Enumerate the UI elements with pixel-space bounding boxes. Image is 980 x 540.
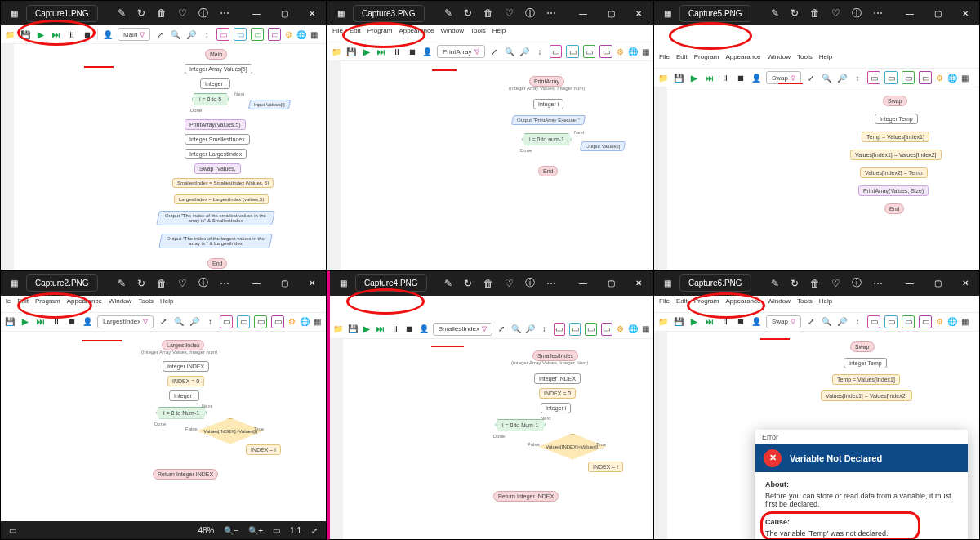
menu-window[interactable]: Window <box>441 27 464 40</box>
trash-icon[interactable]: 🗑 <box>157 7 167 19</box>
maximize-icon[interactable]: ▢ <box>924 271 951 296</box>
stop-icon[interactable]: ⏹ <box>407 46 418 57</box>
menu-edit[interactable]: Edit <box>676 297 688 310</box>
tool-blue[interactable]: ▭ <box>237 315 250 328</box>
node-decl-index[interactable]: Integer INDEX <box>163 361 209 372</box>
menu-help[interactable]: Help <box>160 297 173 310</box>
save-icon[interactable]: 💾 <box>673 316 684 328</box>
grid-icon[interactable]: ▦ <box>961 74 969 83</box>
node-decl-small[interactable]: Integer SmallestIndex <box>185 134 250 145</box>
menu-window[interactable]: Window <box>768 297 791 310</box>
trash-icon[interactable]: 🗑 <box>483 7 493 19</box>
node-asg1[interactable]: Temp = Values[Index1] <box>862 132 929 142</box>
info-icon[interactable]: ⓘ <box>852 7 862 20</box>
trash-icon[interactable]: 🗑 <box>810 278 820 289</box>
grid-icon[interactable]: ▦ <box>642 47 649 56</box>
more-icon[interactable]: ⋯ <box>546 278 556 289</box>
edit-icon[interactable]: ✎ <box>118 7 126 19</box>
add-person-icon[interactable]: 👤 <box>421 46 433 57</box>
info-icon[interactable]: ⓘ <box>525 7 535 20</box>
node-asg-large[interactable]: LargestIndex = LargestIndex (values,5) <box>174 194 269 204</box>
zoomout-icon[interactable]: 🔎 <box>185 29 197 40</box>
arrow-icon[interactable]: ↕ <box>852 72 863 83</box>
node-start[interactable]: Swap <box>883 96 907 106</box>
tool-purple[interactable]: ▭ <box>919 71 932 84</box>
info-icon[interactable]: ⓘ <box>198 7 208 20</box>
more-icon[interactable]: ⋯ <box>220 278 229 289</box>
zoomin-icon[interactable]: 🔍 <box>510 324 520 335</box>
menu-appearance[interactable]: Appearance <box>725 53 760 66</box>
side-palette[interactable] <box>654 87 667 270</box>
heart-icon[interactable]: ♡ <box>178 278 187 289</box>
menu-file[interactable]: File <box>332 27 343 40</box>
menu-window[interactable]: Window <box>109 297 131 310</box>
edit-icon[interactable]: ✎ <box>771 278 779 289</box>
node-asg3[interactable]: Values[Index2] = Temp <box>860 167 928 178</box>
cog-icon[interactable]: ⚙ <box>936 317 943 326</box>
zoomin-icon[interactable]: 🔍+ <box>248 526 263 535</box>
zoomfit-icon[interactable]: ⤢ <box>497 324 506 335</box>
maximize-icon[interactable]: ▢ <box>597 1 625 25</box>
flowchart-canvas[interactable]: Swap Integer Temp Temp = Values[Index1] … <box>654 332 979 540</box>
info-icon[interactable]: ⓘ <box>198 276 208 290</box>
node-loop[interactable]: i = 0 to Num-1 <box>495 419 546 431</box>
tool-purple[interactable]: ▭ <box>271 315 284 328</box>
zoomout-icon[interactable]: 🔎 <box>189 316 200 328</box>
zoomfit-icon[interactable]: ⤢ <box>158 316 169 328</box>
node-start[interactable]: Main <box>205 49 227 60</box>
open-icon[interactable]: 📁 <box>333 324 343 335</box>
node-update[interactable]: INDEX = i <box>588 462 623 472</box>
rotate-icon[interactable]: ↻ <box>137 7 145 19</box>
heart-icon[interactable]: ♡ <box>178 7 187 19</box>
zoomin-icon[interactable]: 🔍 <box>173 316 185 328</box>
node-input[interactable]: Input Values[i] <box>248 100 291 109</box>
grid-icon[interactable]: ▦ <box>310 30 318 39</box>
flowchart-canvas[interactable]: SmallestIndex (Integer Array Values, Int… <box>330 339 653 540</box>
node-call[interactable]: PrintArray(Values, Size) <box>858 185 929 196</box>
tool-green[interactable]: ▭ <box>585 323 596 336</box>
edit-icon[interactable]: ✎ <box>118 278 126 289</box>
node-output-value[interactable]: Output Values[i] <box>580 141 626 151</box>
node-asg2[interactable]: Values[Index1] = Values[Index2] <box>821 390 912 401</box>
menu-appearance[interactable]: Appearance <box>725 297 760 310</box>
rotate-icon[interactable]: ↻ <box>464 7 472 19</box>
minimize-icon[interactable]: — <box>896 1 924 25</box>
tool-blue[interactable]: ▭ <box>234 28 247 41</box>
globe-icon[interactable]: 🌐 <box>300 317 310 326</box>
edit-icon[interactable]: ✎ <box>771 7 779 19</box>
tool-purple[interactable]: ▭ <box>599 45 612 58</box>
menu-file[interactable]: File <box>659 53 670 66</box>
node-out2[interactable]: Output "The index of the largest values … <box>158 234 273 248</box>
node-asg1[interactable]: Temp = Values[Index1] <box>832 374 900 385</box>
zoomfit-icon[interactable]: ⤢ <box>489 46 501 57</box>
trash-icon[interactable]: 🗑 <box>483 278 493 289</box>
menu-help[interactable]: Help <box>819 297 832 310</box>
gallery-icon[interactable]: ▦ <box>662 7 673 19</box>
edit-icon[interactable]: ✎ <box>444 7 452 19</box>
tab-label[interactable]: Capture1.PNG <box>26 5 98 22</box>
arrow-icon[interactable]: ↕ <box>539 324 549 335</box>
play-icon[interactable]: ▶ <box>688 316 700 328</box>
cog-icon[interactable]: ⚙ <box>617 47 624 56</box>
step-icon[interactable]: ⏭ <box>35 316 47 328</box>
node-return[interactable]: Return Integer INDEX <box>153 469 218 480</box>
menu-file[interactable]: le <box>6 297 11 310</box>
more-icon[interactable]: ⋯ <box>873 7 883 19</box>
rotate-icon[interactable]: ↻ <box>464 278 472 289</box>
zoomfit-icon[interactable]: ⤢ <box>805 316 817 328</box>
minimize-icon[interactable]: — <box>896 271 924 296</box>
trash-icon[interactable]: 🗑 <box>810 7 820 19</box>
node-start[interactable]: Swap <box>850 341 875 352</box>
step-icon[interactable]: ⏭ <box>704 72 715 83</box>
open-icon[interactable]: 📁 <box>657 72 669 83</box>
play-icon[interactable]: ▶ <box>20 316 31 328</box>
rotate-icon[interactable]: ↻ <box>137 278 145 289</box>
save-icon[interactable]: 💾 <box>346 46 358 57</box>
play-icon[interactable]: ▶ <box>35 29 47 40</box>
open-icon[interactable]: 📁 <box>4 29 16 40</box>
node-end[interactable]: End <box>207 258 227 269</box>
zoomin-icon[interactable]: 🔍 <box>170 29 181 40</box>
close-icon[interactable]: ✕ <box>298 271 326 296</box>
gallery-icon[interactable]: ▦ <box>8 278 20 289</box>
step-icon[interactable]: ⏭ <box>376 46 388 57</box>
